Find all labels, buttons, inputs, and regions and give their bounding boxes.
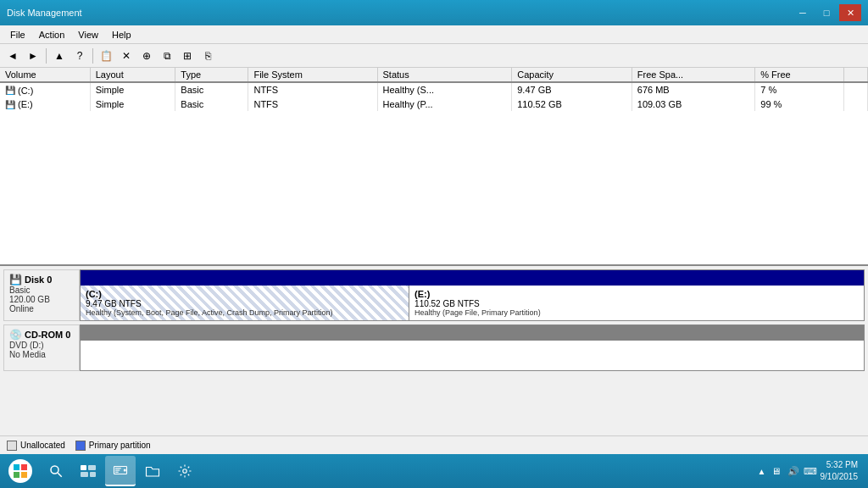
legend-primary-box (75, 441, 86, 451)
cell-extra (843, 82, 867, 97)
svg-point-4 (51, 466, 58, 474)
cdrom-header (81, 325, 864, 341)
start-button[interactable] (3, 456, 37, 486)
cell-capacity: 110.52 GB (512, 97, 632, 112)
partition-e[interactable]: (E:) 110.52 GB NTFS Healthy (Page File, … (409, 286, 864, 320)
minimize-button[interactable]: ─ (792, 4, 814, 21)
volume-table: Volume Layout Type File System Status Ca… (0, 68, 868, 111)
close-button[interactable]: ✕ (839, 4, 861, 21)
volume-list[interactable]: Volume Layout Type File System Status Ca… (0, 68, 868, 266)
cell-capacity: 9.47 GB (512, 82, 632, 97)
cell-percentfree: 99 % (755, 97, 844, 112)
tray-time[interactable]: 5:32 PM 9/10/2015 (821, 459, 859, 483)
disk-icon: 💾 (9, 274, 22, 286)
help-button[interactable]: ? (70, 47, 89, 65)
taskbar-diskmgmt[interactable] (105, 456, 136, 486)
tray-speaker-icon[interactable]: 🔊 (787, 464, 800, 478)
tray-chevron[interactable]: ▲ (758, 467, 766, 476)
forward-button[interactable]: ► (24, 47, 42, 65)
table-row[interactable]: 💾 (C:) Simple Basic NTFS Healthy (S... 9… (0, 82, 868, 97)
col-freespace[interactable]: Free Spa... (632, 68, 755, 82)
cdrom-name: CD-ROM 0 (25, 330, 70, 340)
legend-primary-label: Primary partition (89, 441, 151, 450)
cell-freespace: 676 MB (632, 82, 755, 97)
refresh-button[interactable]: ⊕ (137, 47, 156, 65)
taskbar-tray: ▲ 🖥 🔊 ⌨ 5:32 PM 9/10/2015 (751, 459, 865, 483)
svg-rect-1 (21, 464, 27, 470)
col-capacity[interactable]: Capacity (512, 68, 632, 82)
disk0-header (81, 270, 864, 286)
taskbar-explorer[interactable] (137, 456, 168, 486)
cell-type: Basic (175, 82, 248, 97)
window-controls: ─ □ ✕ (792, 4, 861, 21)
partition-c-label: (C:) (86, 289, 403, 299)
disk0-label: 💾 Disk 0 Basic 120.00 GB Online (3, 269, 80, 321)
taskbar: ▲ 🖥 🔊 ⌨ 5:32 PM 9/10/2015 (0, 454, 868, 488)
legend: Unallocated Primary partition (0, 435, 868, 454)
svg-line-5 (58, 473, 62, 477)
taskbar-task-view[interactable] (73, 456, 103, 486)
back-button[interactable]: ◄ (3, 47, 22, 65)
menu-help[interactable]: Help (105, 28, 138, 42)
partition-e-status: Healthy (Page File, Primary Partition) (415, 308, 859, 317)
partition-c-content: (C:) 9.47 GB NTFS Healthy (System, Boot,… (81, 286, 409, 320)
partition-e-content: (E:) 110.52 GB NTFS Healthy (Page File, … (409, 286, 864, 320)
partition-c-status: Healthy (System, Boot, Page File, Active… (86, 308, 403, 317)
time-display: 5:32 PM (821, 459, 859, 471)
tray-keyboard-icon[interactable]: ⌨ (804, 464, 817, 478)
cdrom-body (81, 341, 864, 370)
cdrom-content (80, 324, 865, 371)
delete-button[interactable]: ✕ (117, 47, 136, 65)
table-row[interactable]: 💾 (E:) Simple Basic NTFS Healthy (P... 1… (0, 97, 868, 112)
col-volume[interactable]: Volume (0, 68, 90, 82)
disk0-status: Online (9, 304, 74, 313)
tray-network-icon[interactable]: 🖥 (770, 464, 783, 478)
taskbar-settings[interactable] (170, 456, 200, 486)
up-button[interactable]: ▲ (50, 47, 69, 65)
properties-button[interactable]: 📋 (97, 47, 115, 65)
col-percentfree[interactable]: % Free (755, 68, 844, 82)
drive-icon: 💾 (5, 86, 15, 95)
snap-button[interactable]: ⊞ (178, 47, 197, 65)
taskbar-items (37, 456, 751, 486)
title-bar: Disk Management ─ □ ✕ (0, 0, 868, 25)
date-display: 9/10/2015 (821, 471, 859, 483)
cell-type: Basic (175, 97, 248, 112)
wizard-button[interactable]: ⧉ (158, 47, 176, 65)
col-filesystem[interactable]: File System (248, 68, 377, 82)
svg-rect-9 (90, 472, 96, 477)
cdrom-type: DVD (D:) (9, 341, 74, 350)
svg-point-15 (183, 469, 187, 474)
maximize-button[interactable]: □ (815, 4, 837, 21)
legend-unallocated-label: Unallocated (20, 441, 65, 450)
disk0-row: 💾 Disk 0 Basic 120.00 GB Online (C:) 9.4… (0, 269, 868, 321)
export-button[interactable]: ⎘ (198, 47, 217, 65)
menu-file[interactable]: File (3, 28, 32, 42)
partition-e-label: (E:) (415, 289, 859, 299)
svg-rect-2 (14, 472, 19, 478)
cell-status: Healthy (P... (377, 97, 512, 112)
svg-rect-6 (81, 465, 86, 470)
cell-extra (843, 97, 867, 112)
menu-action[interactable]: Action (32, 28, 72, 42)
partition-c[interactable]: (C:) 9.47 GB NTFS Healthy (System, Boot,… (81, 286, 409, 320)
disk0-name: Disk 0 (25, 274, 52, 285)
col-type[interactable]: Type (175, 68, 248, 82)
svg-rect-7 (88, 465, 96, 470)
toolbar-sep-2 (92, 48, 93, 64)
cdrom-icon: 💿 (9, 329, 22, 341)
legend-unallocated-box (7, 441, 17, 451)
title-text: Disk Management (7, 8, 82, 18)
col-layout[interactable]: Layout (90, 68, 175, 82)
svg-rect-8 (81, 472, 88, 477)
col-status[interactable]: Status (377, 68, 512, 82)
partition-e-size: 110.52 GB NTFS (415, 299, 859, 308)
taskbar-search[interactable] (41, 456, 71, 486)
menu-bar: File Action View Help (0, 25, 868, 44)
main-content: Volume Layout Type File System Status Ca… (0, 68, 868, 454)
cell-layout: Simple (90, 97, 175, 112)
svg-rect-3 (21, 472, 27, 478)
cell-status: Healthy (S... (377, 82, 512, 97)
menu-view[interactable]: View (71, 28, 105, 42)
legend-unallocated: Unallocated (7, 441, 65, 451)
